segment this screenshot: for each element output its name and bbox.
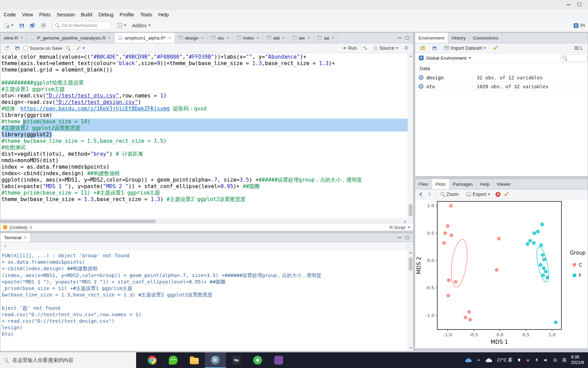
clear-plots-broom-icon[interactable] bbox=[504, 191, 509, 197]
editor-vertical-scrollbar[interactable] bbox=[408, 53, 413, 219]
find-replace-button[interactable] bbox=[64, 44, 72, 52]
taskbar-search-box[interactable]: 在这里输入你要搜索的内容 bbox=[0, 352, 136, 368]
run-button[interactable]: Run bbox=[340, 44, 359, 52]
weather-text[interactable]: 27°C 雾 bbox=[497, 357, 512, 363]
menu-code[interactable]: Code bbox=[1, 10, 19, 19]
tab-help[interactable]: Help bbox=[477, 179, 493, 189]
tab-files[interactable]: Files bbox=[415, 179, 432, 189]
terminal-screen-icon[interactable] bbox=[406, 244, 410, 248]
rerun-button[interactable] bbox=[361, 44, 370, 52]
export-button[interactable]: Export bbox=[464, 190, 492, 199]
editor-tab-tax[interactable]: tax× bbox=[289, 33, 314, 43]
expand-icon[interactable] bbox=[419, 75, 424, 80]
goto-file-function-input[interactable] bbox=[62, 23, 106, 28]
close-icon[interactable]: × bbox=[20, 35, 23, 41]
tray-expand-chevron-icon[interactable] bbox=[476, 358, 481, 363]
print-button[interactable] bbox=[39, 21, 48, 30]
editor-tab-design[interactable]: design× bbox=[175, 33, 208, 43]
goto-file-function-box[interactable] bbox=[52, 21, 111, 30]
close-icon[interactable]: × bbox=[257, 35, 259, 41]
taskbar-app-explorer[interactable] bbox=[184, 352, 205, 368]
taskbar-app-ne[interactable]: Ne bbox=[226, 352, 247, 368]
editor-tab-otu[interactable]: otu× bbox=[208, 33, 233, 43]
close-icon[interactable]: × bbox=[201, 35, 203, 41]
scroll-up-icon[interactable] bbox=[409, 55, 412, 57]
health-heart-icon[interactable] bbox=[526, 358, 530, 363]
document-type[interactable]: R Script bbox=[390, 225, 405, 230]
clear-environment-button[interactable] bbox=[491, 44, 500, 52]
ime-language-indicator[interactable]: 英 bbox=[562, 357, 567, 363]
close-icon[interactable]: × bbox=[24, 235, 27, 240]
import-dataset-button[interactable]: Import Dataset bbox=[442, 44, 488, 52]
tab-plots[interactable]: Plots bbox=[432, 179, 450, 189]
addins-button[interactable]: Addins bbox=[130, 21, 153, 30]
code-tools-button[interactable] bbox=[74, 44, 87, 52]
tab-terminal[interactable]: Terminal × bbox=[0, 233, 31, 242]
expand-icon[interactable] bbox=[419, 84, 424, 89]
microphone-icon[interactable] bbox=[535, 358, 539, 363]
project-menu-button[interactable]: R Pr bbox=[573, 23, 586, 28]
tab-environment[interactable]: Environment bbox=[415, 33, 448, 43]
taskbar-app-greenapp[interactable] bbox=[247, 352, 268, 368]
menu-debug[interactable]: Debug bbox=[95, 10, 116, 19]
code-editor[interactable]: scale_color_manual(values=c("#B0C4DE","#… bbox=[0, 53, 413, 219]
environment-search-input[interactable] bbox=[560, 55, 588, 62]
minimize-pane-icon[interactable] bbox=[398, 37, 402, 38]
save-all-button[interactable] bbox=[28, 21, 37, 30]
close-icon[interactable]: × bbox=[331, 35, 334, 41]
save-document-button[interactable] bbox=[13, 44, 22, 52]
source-on-save-checkbox[interactable]: Source on Save bbox=[23, 46, 62, 51]
zoom-button[interactable]: Zoom bbox=[439, 190, 461, 199]
document-outline-button[interactable] bbox=[402, 44, 411, 52]
editor-tab-eline-r[interactable]: eline.R× bbox=[0, 33, 27, 43]
new-file-button[interactable] bbox=[2, 21, 16, 30]
network-icon[interactable] bbox=[553, 358, 558, 363]
scroll-right-icon[interactable] bbox=[404, 220, 406, 223]
editor-tab-index[interactable]: index× bbox=[233, 33, 263, 43]
editor-tab-aa[interactable]: aa× bbox=[314, 33, 338, 43]
menu-session[interactable]: Session bbox=[53, 10, 78, 19]
cloud-sync-tray-icon[interactable] bbox=[465, 358, 472, 363]
jump-to-icon[interactable] bbox=[30, 226, 32, 229]
terminal-output[interactable]: FUN(X[[i]], ...) : object 'Group' not fo… bbox=[0, 250, 413, 351]
save-button[interactable] bbox=[17, 21, 27, 30]
taskbar-app-purpleapp[interactable] bbox=[268, 352, 289, 368]
maximize-pane-icon[interactable] bbox=[406, 36, 409, 40]
forward-arrow-icon[interactable] bbox=[427, 191, 432, 197]
env-row-design[interactable]: design32 obs. of 12 variables bbox=[415, 73, 588, 82]
window-minimize-icon[interactable] bbox=[567, 4, 570, 5]
minimize-pane-icon[interactable] bbox=[398, 237, 402, 238]
menu-plots[interactable]: Plots bbox=[36, 10, 53, 19]
open-in-new-window-button[interactable] bbox=[2, 44, 11, 52]
env-row-otu[interactable]: otu1020 obs. of 32 variables bbox=[415, 82, 588, 91]
environment-list-view-button[interactable]: L bbox=[572, 44, 585, 52]
close-icon[interactable]: × bbox=[168, 35, 171, 41]
load-workspace-button[interactable] bbox=[418, 44, 427, 52]
menu-tools[interactable]: Tools bbox=[137, 10, 155, 19]
save-workspace-button[interactable] bbox=[430, 44, 439, 52]
tab-packages[interactable]: Packages bbox=[450, 179, 477, 189]
window-maximize-icon[interactable] bbox=[577, 3, 581, 6]
tab-viewer[interactable]: Viewer bbox=[493, 179, 514, 189]
menu-profile[interactable]: Profile bbox=[116, 10, 137, 19]
weather-cloud-icon[interactable] bbox=[486, 358, 492, 363]
speaker-icon[interactable] bbox=[543, 358, 549, 363]
scroll-down-icon[interactable] bbox=[409, 347, 412, 349]
back-arrow-icon[interactable] bbox=[418, 191, 424, 197]
editor-tab-p-genome-pipeline-reanalysis-r[interactable]: P_genome_pipeline_reanalysis.R× bbox=[27, 33, 114, 43]
taskbar-clock[interactable]: 9:36 2021/8 bbox=[571, 355, 588, 365]
environment-scope-label[interactable]: Global Environment bbox=[426, 56, 467, 61]
editor-tab-amplicon1-alpha-r-[interactable]: amplicon1_alpha.R*× bbox=[115, 33, 175, 43]
close-icon[interactable]: × bbox=[282, 35, 285, 41]
maximize-pane-icon[interactable] bbox=[406, 236, 409, 239]
pane-layout-button[interactable] bbox=[115, 21, 129, 30]
terminal-back-icon[interactable] bbox=[3, 244, 8, 248]
tab-history[interactable]: History bbox=[448, 33, 470, 43]
remove-plot-button[interactable]: × bbox=[495, 192, 501, 197]
terminal-vertical-scrollbar[interactable] bbox=[408, 250, 413, 351]
editor-horizontal-scrollbar[interactable] bbox=[0, 219, 413, 224]
editor-tab-dat[interactable]: dat× bbox=[263, 33, 289, 43]
document-name[interactable]: (Untitled) bbox=[10, 225, 28, 230]
close-icon[interactable]: × bbox=[307, 35, 310, 41]
location-pin-icon[interactable] bbox=[517, 358, 521, 363]
